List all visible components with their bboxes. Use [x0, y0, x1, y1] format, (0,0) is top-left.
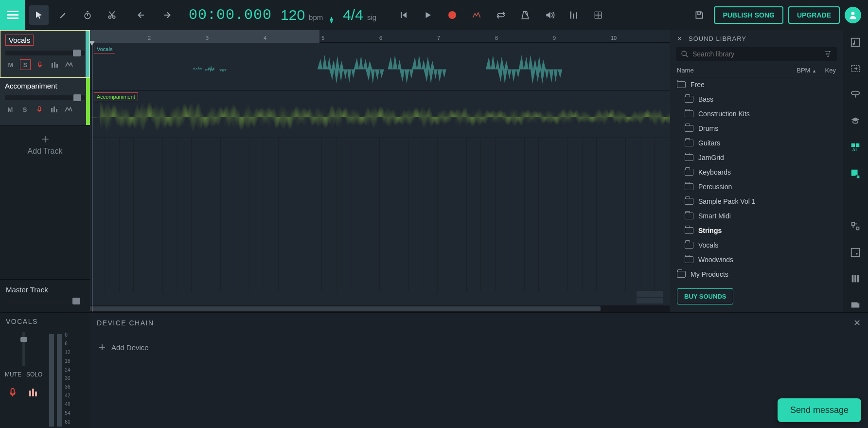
eq-big-button[interactable] [25, 385, 41, 400]
pencil-tool[interactable] [53, 5, 73, 25]
library-folder-percussion[interactable]: Percussion [670, 179, 843, 194]
add-track-button[interactable]: Add Track [0, 125, 90, 164]
mute-button[interactable]: M [5, 104, 16, 115]
master-track-block[interactable]: Master Track [0, 279, 90, 312]
rail-download-button[interactable] [848, 166, 863, 181]
rail-add-panel-button[interactable]: + [848, 298, 863, 312]
col-header-name[interactable]: Name [677, 67, 793, 74]
eq-icon[interactable] [49, 59, 60, 70]
arm-record-button[interactable] [34, 104, 45, 115]
publish-song-button[interactable]: PUBLISH SONG [714, 6, 783, 24]
mixer-button[interactable] [564, 5, 584, 25]
track-lane-accompaniment[interactable]: Accompaniment [90, 90, 670, 138]
library-folder-construction-kits[interactable]: Construction Kits [670, 107, 843, 121]
play-button[interactable] [418, 5, 438, 25]
loop-button[interactable] [491, 5, 511, 25]
svg-rect-18 [56, 64, 58, 68]
track-name[interactable]: Accompaniment [5, 82, 57, 90]
mute-label-button[interactable]: MUTE [5, 371, 21, 378]
library-folder-smart-midi[interactable]: Smart Midi [670, 209, 843, 223]
track-color-strip [86, 78, 90, 125]
track-header-vocals[interactable]: Vocals M S [0, 30, 90, 78]
library-folder-jamgrid[interactable]: JamGrid [670, 150, 843, 165]
library-search[interactable] [676, 47, 837, 61]
record-button[interactable] [443, 5, 462, 25]
library-folder-sample-pack[interactable]: Sample Pack Vol 1 [670, 194, 843, 209]
buy-sounds-button[interactable]: BUY SOUNDS [677, 288, 733, 304]
filter-icon[interactable] [823, 50, 832, 58]
library-folder-free[interactable]: Free [670, 77, 843, 92]
track-name[interactable]: Vocals [5, 35, 34, 46]
close-device-chain-button[interactable]: ✕ [853, 318, 862, 328]
folder-icon [685, 213, 693, 219]
svg-rect-0 [7, 11, 18, 12]
track-volume-slider[interactable] [5, 95, 85, 100]
library-folder-vocals[interactable]: Vocals [670, 238, 843, 252]
go-to-start-button[interactable] [394, 5, 413, 25]
rail-snap-grid-button[interactable] [848, 219, 863, 233]
pointer-tool[interactable] [29, 5, 49, 25]
bpm-spinner[interactable]: ▲▼ [329, 17, 334, 23]
library-folder-bass[interactable]: Bass [670, 92, 843, 107]
rail-collab-button[interactable] [848, 88, 863, 102]
rail-piano-button[interactable] [848, 271, 863, 286]
rail-midi-button[interactable] [848, 61, 863, 76]
rail-fullscreen-button[interactable] [848, 245, 863, 260]
send-message-button[interactable]: Send message [778, 398, 861, 422]
svg-point-6 [108, 16, 111, 18]
col-header-bpm[interactable]: BPM ▲ [793, 67, 816, 74]
track-header-accompaniment[interactable]: Accompaniment M S [0, 78, 90, 125]
playhead-handle[interactable] [90, 41, 95, 46]
svg-rect-33 [851, 170, 858, 176]
master-volume-slider[interactable] [6, 299, 84, 303]
rail-ai-button[interactable]: AI [848, 140, 863, 155]
library-folder-my-products[interactable]: My Products [670, 267, 843, 282]
timecode-display[interactable]: 00:00.000 [180, 7, 281, 23]
cut-tool[interactable] [102, 5, 122, 25]
automation-icon[interactable] [64, 59, 74, 70]
add-track-label: Add Track [27, 147, 62, 155]
add-device-button[interactable]: Add Device [90, 333, 868, 361]
library-folder-strings[interactable]: Strings [670, 223, 843, 238]
col-header-key[interactable]: Key [816, 67, 836, 74]
automation-button[interactable] [467, 5, 486, 25]
save-button[interactable] [690, 5, 709, 25]
rail-library-button[interactable] [848, 35, 863, 50]
time-signature-control[interactable]: 4/4 sig [343, 7, 376, 23]
metronome-button[interactable] [515, 5, 535, 25]
eq-icon[interactable] [49, 104, 59, 115]
user-avatar-button[interactable] [845, 7, 861, 23]
svg-line-24 [686, 55, 688, 57]
library-folder-keyboards[interactable]: Keyboards [670, 165, 843, 179]
timer-tool[interactable] [78, 5, 97, 25]
level-bar[interactable] [57, 334, 62, 427]
solo-button[interactable]: S [20, 59, 31, 70]
arm-record-button[interactable] [35, 59, 45, 70]
timeline-ruler[interactable]: 2 3 4 5 6 7 8 9 10 [90, 30, 670, 43]
solo-button[interactable]: S [19, 104, 30, 115]
track-volume-slider[interactable] [5, 51, 85, 55]
master-volume-button[interactable] [540, 5, 559, 25]
library-folder-woodwinds[interactable]: Woodwinds [670, 252, 843, 267]
level-bar[interactable] [49, 334, 54, 427]
pan-slider[interactable] [22, 332, 25, 366]
undo-button[interactable] [132, 5, 152, 25]
redo-button[interactable] [157, 5, 176, 25]
library-folder-guitars[interactable]: Guitars [670, 136, 843, 150]
bpm-control[interactable]: 120 bpm ▲▼ [281, 7, 334, 23]
automation-icon[interactable] [63, 104, 74, 115]
rail-academy-button[interactable] [848, 114, 863, 128]
ruler-tick: 4 [264, 35, 266, 41]
library-search-input[interactable] [692, 50, 823, 58]
library-folder-drums[interactable]: Drums [670, 121, 843, 136]
close-library-button[interactable]: ✕ [677, 35, 683, 42]
upgrade-button[interactable]: UPGRADE [788, 6, 840, 24]
solo-label-button[interactable]: SOLO [26, 371, 42, 378]
horizontal-scrollbar[interactable] [90, 305, 670, 312]
arm-record-big-button[interactable] [5, 385, 20, 400]
svg-rect-17 [54, 62, 55, 68]
main-menu-button[interactable] [0, 0, 25, 30]
snap-button[interactable] [588, 5, 608, 25]
mute-button[interactable]: M [5, 59, 16, 70]
track-lane-vocals[interactable]: Vocals [90, 43, 670, 90]
